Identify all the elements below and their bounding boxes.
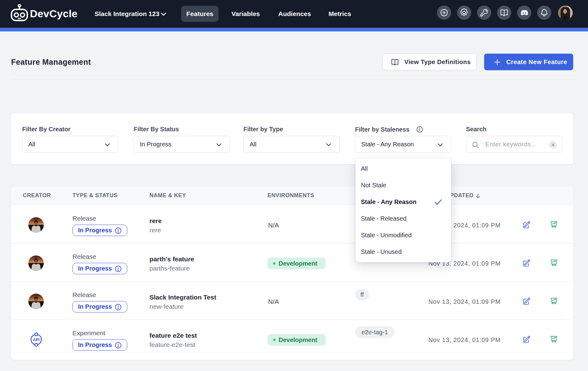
svg-text:API: API [33, 338, 39, 342]
